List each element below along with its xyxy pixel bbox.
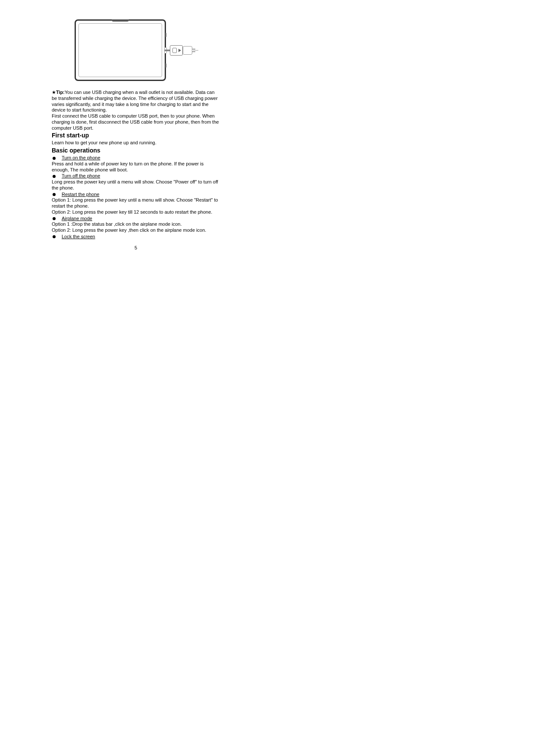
plug-icon	[183, 46, 192, 55]
bullet-restart-text-1: Option 1: Long press the power key until…	[52, 197, 220, 209]
bullet-title: Turn on the phone	[62, 155, 100, 161]
side-button-icon	[165, 33, 166, 37]
bullet-airplane-text-2: Option 2: Long press the power key ,then…	[52, 227, 220, 233]
bullet-title: Lock the screen	[62, 234, 95, 240]
bullet-icon	[53, 175, 56, 178]
side-button-icon	[165, 63, 166, 68]
page-number: 5	[52, 245, 220, 250]
plug-prong-icon	[192, 49, 195, 50]
heading-first-startup: First start-up	[52, 131, 220, 140]
phone-outline	[75, 19, 166, 81]
cable-icon	[165, 50, 170, 51]
bullet-turn-off: Turn off the phone	[52, 173, 220, 179]
bullet-turn-on: Turn on the phone	[52, 155, 220, 161]
tip-paragraph: ★Tip:You can use USB charging when a wal…	[52, 90, 220, 107]
bullet-title: Turn off the phone	[62, 173, 100, 179]
charger-port-icon	[172, 48, 177, 53]
bullet-turn-off-text: Long press the power key until a menu wi…	[52, 179, 220, 191]
heading-basic-operations: Basic operations	[52, 146, 220, 155]
bullet-restart-text-2: Option 2: Long press the power key till …	[52, 209, 220, 215]
wire-icon	[193, 50, 198, 50]
phone-screen	[78, 23, 162, 77]
tip-paragraph-2: First connect the USB cable to computer …	[52, 113, 220, 131]
document-page: ★Tip:You can use USB charging when a wal…	[52, 0, 220, 250]
tip-continuation: device to start functioning.	[52, 107, 220, 113]
bullet-icon	[53, 157, 56, 160]
bullet-lock-screen: Lock the screen	[52, 234, 220, 240]
bullet-airplane-text-1: Option 1 :Drop the status bar ,click on …	[52, 221, 220, 227]
charging-diagram	[75, 19, 197, 81]
bullet-title: Airplane mode	[62, 216, 92, 222]
plug-prong-icon	[192, 51, 195, 52]
star-icon: ★	[52, 90, 56, 95]
tip-label: Tip:	[56, 90, 65, 95]
bullet-icon	[53, 217, 56, 220]
charger-brick-icon	[170, 45, 183, 56]
bullet-icon	[53, 193, 56, 196]
bullet-airplane: Airplane mode	[52, 216, 220, 222]
tip-text: You can use USB charging when a wall out…	[52, 90, 218, 107]
bullet-title: Restart the phone	[62, 192, 99, 198]
bullet-icon	[53, 235, 56, 238]
bullet-turn-on-text: Press and hold a while of power key to t…	[52, 161, 220, 173]
bullet-restart: Restart the phone	[52, 192, 220, 198]
play-arrow-icon	[178, 49, 181, 52]
phone-notch	[112, 19, 129, 22]
first-startup-text: Learn how to get your new phone up and r…	[52, 140, 220, 146]
